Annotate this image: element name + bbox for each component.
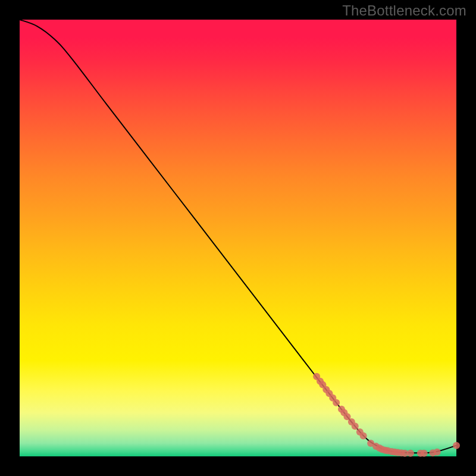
data-marker — [352, 422, 359, 430]
data-marker — [407, 450, 414, 457]
data-marker — [360, 433, 367, 440]
bottleneck-curve — [20, 20, 456, 453]
chart-svg — [20, 20, 456, 456]
data-markers-group — [313, 373, 460, 457]
chart-frame: TheBottleneck.com — [0, 0, 476, 476]
data-marker — [434, 449, 441, 456]
data-marker — [333, 399, 340, 406]
data-marker — [421, 450, 428, 457]
data-marker — [453, 442, 460, 449]
plot-area — [20, 20, 456, 456]
watermark-label: TheBottleneck.com — [342, 2, 466, 19]
